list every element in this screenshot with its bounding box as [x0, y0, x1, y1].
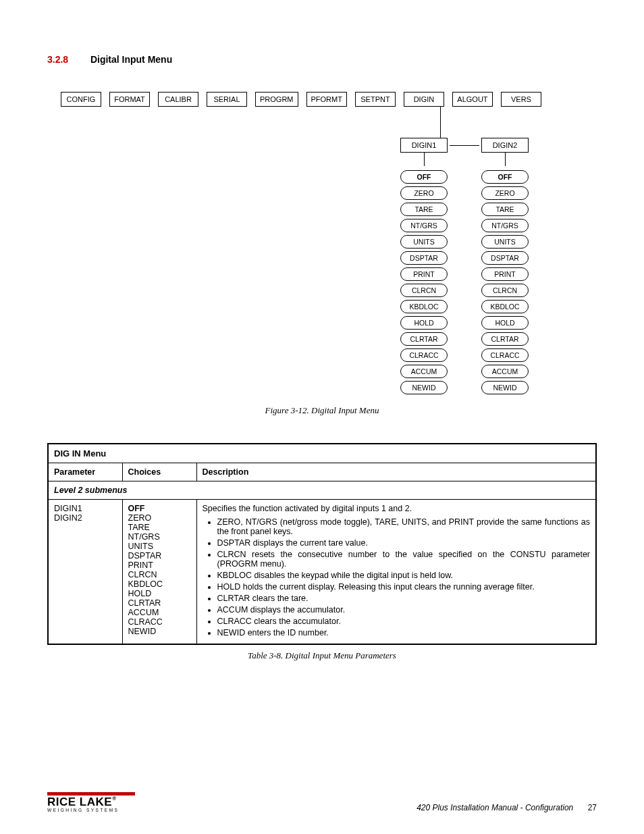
menu-digin: DIGIN [404, 92, 444, 107]
menu-format: FORMAT [109, 92, 150, 107]
bullet: KBDLOC disables the keypad while the dig… [217, 571, 591, 580]
opt-kbdloc: KBDLOC [400, 300, 448, 313]
digin2-options: OFF ZERO TARE NT/GRS UNITS DSPTAR PRINT … [481, 170, 529, 396]
opt-units: UNITS [400, 235, 448, 249]
opt-clrtar: CLRTAR [400, 332, 448, 346]
bullet: NEWID enters the ID number. [217, 628, 591, 637]
opt2-clrtar: CLRTAR [481, 332, 529, 346]
bullet: ZERO, NT/GRS (net/gross mode toggle), TA… [217, 517, 591, 536]
opt2-ntgrs: NT/GRS [481, 219, 529, 232]
opt2-kbdloc: KBDLOC [481, 300, 529, 313]
choice-item: CLRTAR [128, 598, 191, 608]
param-digin1: DIGIN1 [54, 504, 117, 513]
choice-item: ZERO [128, 513, 191, 523]
digin1-box: DIGIN1 [400, 138, 448, 153]
choice-item: NT/GRS [128, 532, 191, 542]
opt-off: OFF [400, 170, 448, 184]
menu-progrm: PROGRM [255, 92, 298, 107]
bullet: CLRTAR clears the tare. [217, 594, 591, 603]
section-title: Digital Input Menu [90, 54, 172, 65]
menu-pformt: PFORMT [306, 92, 347, 107]
bullet: CLRACC clears the accumulator. [217, 617, 591, 626]
logo-tagline: WEIGHING SYSTEMS [47, 808, 135, 812]
opt-tare: TARE [400, 203, 448, 216]
page-footer: RICE LAKE® WEIGHING SYSTEMS 420 Plus Ins… [47, 792, 597, 812]
footer-right: 420 Plus Installation Manual - Configura… [417, 803, 597, 812]
opt-accum: ACCUM [400, 365, 448, 378]
menu-diagram: CONFIG FORMAT CALIBR SERIAL PROGRM PFORM… [61, 92, 597, 396]
opt-clrcn: CLRCN [400, 284, 448, 297]
opt-clracc: CLRACC [400, 348, 448, 362]
menu-vers: VERS [501, 92, 541, 107]
choice-default: OFF [128, 504, 191, 513]
parameter-table: DIG IN Menu Parameter Choices Descriptio… [47, 443, 597, 645]
opt-zero: ZERO [400, 186, 448, 200]
bullet: HOLD holds the current display. Releasin… [217, 582, 591, 592]
opt2-off: OFF [481, 170, 529, 184]
choice-item: ACCUM [128, 608, 191, 617]
choice-item: UNITS [128, 542, 191, 551]
opt-print: PRINT [400, 267, 448, 281]
opt2-clracc: CLRACC [481, 348, 529, 362]
menu-algout: ALGOUT [452, 92, 493, 107]
opt2-zero: ZERO [481, 186, 529, 200]
brand-logo: RICE LAKE® WEIGHING SYSTEMS [47, 792, 135, 812]
opt2-hold: HOLD [481, 316, 529, 330]
choice-item: DSPTAR [128, 551, 191, 561]
choice-item: CLRCN [128, 570, 191, 579]
desc-bullets: ZERO, NT/GRS (net/gross mode toggle), TA… [217, 517, 591, 637]
bullet: CLRCN resets the consecutive number to t… [217, 550, 591, 569]
digin1-column: DIGIN1 OFF ZERO TARE NT/GRS UNITS DSPTAR… [397, 138, 451, 396]
opt2-clrcn: CLRCN [481, 284, 529, 297]
bullet: ACCUM displays the accumulator. [217, 605, 591, 615]
opt2-dsptar: DSPTAR [481, 251, 529, 265]
opt2-print: PRINT [481, 267, 529, 281]
menu-setpnt: SETPNT [355, 92, 396, 107]
opt-dsptar: DSPTAR [400, 251, 448, 265]
digin2-box: DIGIN2 [481, 138, 529, 153]
table-title: DIG IN Menu [48, 444, 596, 463]
choice-item: HOLD [128, 589, 191, 598]
opt2-units: UNITS [481, 235, 529, 249]
cell-choices: OFF ZERO TARE NT/GRS UNITS DSPTAR PRINT … [122, 500, 196, 645]
cell-description: Specifies the function activated by digi… [196, 500, 596, 645]
table-caption: Table 3-8. Digital Input Menu Parameters [47, 650, 597, 661]
logo-name: RICE LAKE® [47, 796, 135, 808]
bullet: DSPTAR displays the current tare value. [217, 538, 591, 548]
cell-params: DIGIN1 DIGIN2 [48, 500, 122, 645]
page-number: 27 [588, 803, 597, 812]
choice-item: NEWID [128, 627, 191, 636]
menu-calibr: CALIBR [158, 92, 198, 107]
doc-title: 420 Plus Installation Manual - Configura… [417, 803, 573, 812]
choice-item: CLRACC [128, 617, 191, 627]
desc-intro: Specifies the function activated by digi… [203, 504, 591, 513]
opt2-newid: NEWID [481, 381, 529, 394]
section-heading: 3.2.8 Digital Input Menu [47, 54, 597, 65]
col-choices: Choices [122, 463, 196, 481]
col-desc: Description [196, 463, 596, 481]
opt-ntgrs: NT/GRS [400, 219, 448, 232]
menu-config: CONFIG [61, 92, 101, 107]
digin2-column: DIGIN2 OFF ZERO TARE NT/GRS UNITS DSPTAR… [478, 138, 532, 396]
table-row: DIGIN1 DIGIN2 OFF ZERO TARE NT/GRS UNITS… [48, 500, 596, 645]
menu-serial: SERIAL [207, 92, 247, 107]
figure-caption: Figure 3-12. Digital Input Menu [47, 405, 597, 416]
choice-item: KBDLOC [128, 579, 191, 589]
choice-item: PRINT [128, 561, 191, 570]
opt2-accum: ACCUM [481, 365, 529, 378]
col-param: Parameter [48, 463, 122, 481]
digin1-options: OFF ZERO TARE NT/GRS UNITS DSPTAR PRINT … [400, 170, 448, 396]
opt-newid: NEWID [400, 381, 448, 394]
top-menu-row: CONFIG FORMAT CALIBR SERIAL PROGRM PFORM… [61, 92, 597, 107]
opt2-tare: TARE [481, 203, 529, 216]
param-digin2: DIGIN2 [54, 513, 117, 523]
level2-row: Level 2 submenus [48, 481, 596, 500]
section-number: 3.2.8 [47, 54, 88, 65]
choice-item: TARE [128, 523, 191, 532]
opt-hold: HOLD [400, 316, 448, 330]
